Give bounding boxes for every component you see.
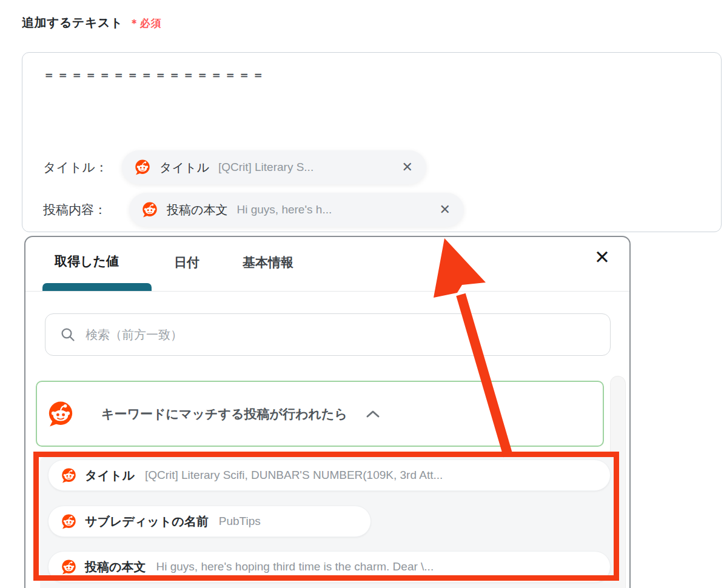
required-label: 必須 (140, 18, 162, 29)
value-preview: [QCrit] Literary Scifi, DUNBAR'S NUMBER(… (145, 469, 443, 482)
value-name: タイトル (85, 467, 135, 484)
variable-chip-title[interactable]: タイトル [QCrit] Literary S... ✕ (122, 150, 426, 184)
trigger-group-header[interactable]: キーワードにマッチする投稿が行われたら (36, 381, 604, 447)
row-label: 投稿内容： (43, 201, 107, 218)
reddit-icon (61, 559, 77, 575)
required-badge: ＊必須 (129, 16, 162, 30)
reddit-icon (134, 159, 151, 176)
close-icon[interactable]: ✕ (402, 159, 413, 175)
value-preview: Hi guys, here's hoping third time is the… (156, 560, 434, 573)
search-icon (60, 327, 76, 342)
value-name: 投稿の本文 (85, 559, 146, 575)
chip-value: Hi guys, here's h... (236, 203, 429, 216)
trigger-label: キーワードにマッチする投稿が行われたら (101, 406, 347, 423)
value-preview: PubTips (219, 515, 261, 528)
chip-name: タイトル (159, 159, 209, 176)
reddit-icon (141, 201, 158, 218)
value-name: サブレディットの名前 (85, 513, 209, 530)
editor-text-line: ＝＝＝＝＝＝＝＝＝＝＝＝＝＝＝＝ (43, 67, 266, 83)
tab-date[interactable]: 日付 (174, 254, 199, 271)
tab-divider (25, 291, 629, 292)
value-row-post-body[interactable]: 投稿の本文 Hi guys, here's hoping third time … (48, 551, 611, 583)
text-editor-field[interactable]: ＝＝＝＝＝＝＝＝＝＝＝＝＝＝＝＝ タイトル： タイトル [QCrit] Lite… (22, 52, 722, 232)
variable-chip-body[interactable]: 投稿の本文 Hi guys, here's h... ✕ (129, 193, 464, 227)
search-box (45, 313, 611, 356)
chevron-up-icon[interactable] (366, 409, 380, 419)
tab-obtained-values[interactable]: 取得した値 (55, 253, 119, 270)
variable-picker-modal: 取得した値 日付 基本情報 ✕ キーワードにマッチする投稿が行われたら (24, 236, 631, 588)
value-row-title[interactable]: タイトル [QCrit] Literary Scifi, DUNBAR'S NU… (48, 459, 611, 491)
tab-basic-info[interactable]: 基本情報 (243, 254, 293, 271)
reddit-icon (61, 467, 77, 484)
reddit-icon (61, 513, 77, 530)
required-marker: ＊ (129, 18, 140, 29)
reddit-icon (47, 400, 75, 428)
value-row-subreddit[interactable]: サブレディットの名前 PubTips (48, 506, 371, 537)
chip-name: 投稿の本文 (167, 202, 227, 218)
field-header: 追加するテキスト ＊必須 (22, 15, 162, 31)
row-label: タイトル： (43, 159, 108, 176)
close-icon[interactable]: ✕ (440, 202, 451, 218)
close-icon[interactable]: ✕ (594, 248, 610, 267)
chip-value: [QCrit] Literary S... (218, 161, 392, 174)
search-input[interactable] (85, 328, 595, 342)
field-label: 追加するテキスト (22, 15, 123, 31)
active-tab-indicator (42, 283, 152, 292)
